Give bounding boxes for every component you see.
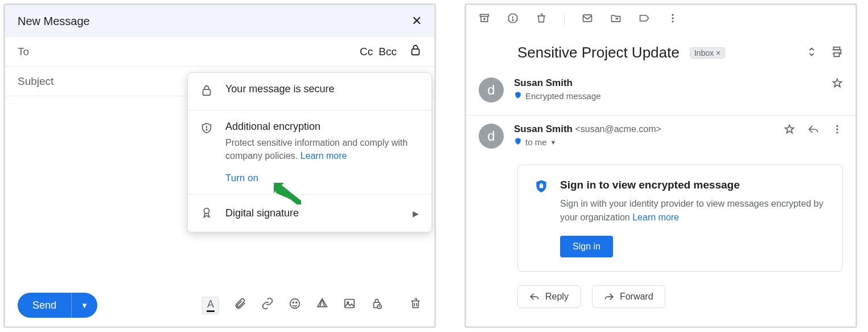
shield-icon [514, 91, 522, 101]
avatar: d [479, 77, 504, 103]
subject-line: Sensitive Project Update Inbox × [466, 34, 855, 72]
compose-header: New Message ✕ [5, 5, 434, 37]
chevron-down-icon[interactable]: ▼ [550, 139, 557, 146]
more-icon[interactable] [832, 124, 843, 137]
discard-icon[interactable] [409, 297, 422, 313]
message-toolbar [466, 5, 855, 34]
forward-button[interactable]: Forward [592, 285, 665, 308]
expand-icon[interactable] [805, 46, 818, 60]
shield-icon [514, 137, 522, 147]
recipient-line[interactable]: to me ▼ [514, 137, 774, 147]
compose-title: New Message [18, 15, 90, 28]
message-view: Sensitive Project Update Inbox × d Susan… [464, 3, 857, 328]
emoji-icon[interactable] [289, 297, 301, 313]
svg-point-6 [296, 302, 297, 303]
labels-icon[interactable] [639, 13, 650, 26]
sender-name: Susan Smith [514, 77, 821, 89]
report-spam-icon[interactable] [507, 13, 519, 26]
svg-rect-1 [203, 89, 211, 95]
cc-link[interactable]: Cc [360, 46, 373, 58]
send-label: Send [18, 300, 71, 311]
svg-point-5 [293, 302, 294, 303]
chevron-right-icon: ▶ [413, 209, 419, 218]
signature-title: Digital signature [225, 207, 402, 219]
svg-point-12 [512, 20, 513, 21]
compose-footer: Send ▼ A [5, 284, 434, 326]
svg-point-3 [204, 208, 209, 214]
attach-icon[interactable] [234, 297, 246, 313]
more-icon[interactable] [667, 13, 678, 26]
lock-icon [200, 83, 215, 100]
svg-rect-0 [412, 49, 419, 55]
annotation-arrow-icon [273, 182, 301, 207]
encrypted-card: Sign in to view encrypted message Sign i… [517, 165, 843, 272]
sender-line: Susan Smith <susan@acme.com> [514, 124, 774, 135]
additional-encryption-section: Additional encryption Protect sensitive … [188, 110, 431, 195]
confidential-mode-icon[interactable] [371, 297, 383, 313]
digital-signature-section[interactable]: Digital signature ▶ [188, 195, 431, 232]
reply-icon[interactable] [808, 124, 819, 137]
message-row-expanded: d Susan Smith <susan@acme.com> to me ▼ [466, 118, 855, 154]
archive-icon[interactable] [479, 13, 490, 26]
send-options-caret[interactable]: ▼ [72, 301, 97, 310]
secure-title: Your message is secure [225, 83, 419, 95]
star-icon[interactable] [784, 124, 795, 137]
shield-lock-icon [534, 179, 549, 257]
svg-point-16 [672, 21, 673, 22]
encryption-popover: Your message is secure Additional encryp… [187, 72, 432, 232]
avatar: d [479, 124, 504, 149]
compose-window: New Message ✕ To Cc Bcc Subject Your mes… [3, 3, 436, 328]
secure-section: Your message is secure [188, 73, 431, 110]
turn-on-link[interactable]: Turn on [225, 173, 258, 184]
insert-image-icon[interactable] [343, 297, 356, 313]
card-desc: Sign in with your identity provider to v… [560, 197, 826, 224]
message-row-collapsed[interactable]: d Susan Smith Encrypted message [466, 72, 855, 116]
svg-point-19 [836, 125, 838, 127]
ribbon-icon [200, 205, 215, 222]
svg-rect-13 [583, 15, 592, 22]
sign-in-button[interactable]: Sign in [560, 236, 613, 257]
formatting-icon[interactable]: A [202, 297, 219, 314]
svg-point-4 [290, 299, 300, 309]
compose-toolbar: A [202, 297, 422, 314]
subject-placeholder: Subject [18, 75, 54, 88]
mark-unread-icon[interactable] [582, 13, 593, 26]
svg-point-21 [836, 132, 838, 133]
close-icon[interactable]: ✕ [412, 14, 422, 28]
move-to-icon[interactable] [610, 13, 622, 26]
reply-button[interactable]: Reply [517, 285, 581, 308]
learn-more-link[interactable]: Learn more [301, 151, 347, 161]
subject-text: Sensitive Project Update [517, 44, 680, 62]
svg-point-2 [206, 129, 207, 130]
svg-rect-7 [345, 300, 355, 308]
svg-point-15 [672, 17, 673, 19]
drive-icon[interactable] [316, 297, 328, 313]
svg-point-14 [672, 14, 673, 16]
learn-more-link[interactable]: Learn more [632, 212, 679, 222]
svg-point-20 [836, 128, 838, 130]
send-button[interactable]: Send ▼ [18, 293, 97, 318]
svg-rect-18 [834, 52, 839, 56]
shield-icon [200, 121, 215, 184]
reply-row: Reply Forward [466, 280, 855, 314]
print-icon[interactable] [830, 46, 843, 60]
card-title: Sign in to view encrypted message [560, 179, 826, 191]
to-label: To [18, 46, 29, 58]
inbox-chip[interactable]: Inbox × [690, 47, 725, 59]
encryption-title: Additional encryption [225, 121, 419, 133]
star-icon[interactable] [832, 77, 843, 91]
toolbar-separator [564, 13, 565, 26]
bcc-link[interactable]: Bcc [379, 46, 397, 58]
delete-icon[interactable] [536, 13, 547, 26]
svg-rect-11 [480, 14, 489, 16]
lock-icon[interactable] [409, 44, 422, 60]
insert-link-icon[interactable] [261, 297, 274, 313]
to-row[interactable]: To Cc Bcc [5, 37, 434, 67]
encryption-desc: Protect sensitive information and comply… [225, 136, 419, 162]
encrypted-line: Encrypted message [525, 91, 601, 101]
